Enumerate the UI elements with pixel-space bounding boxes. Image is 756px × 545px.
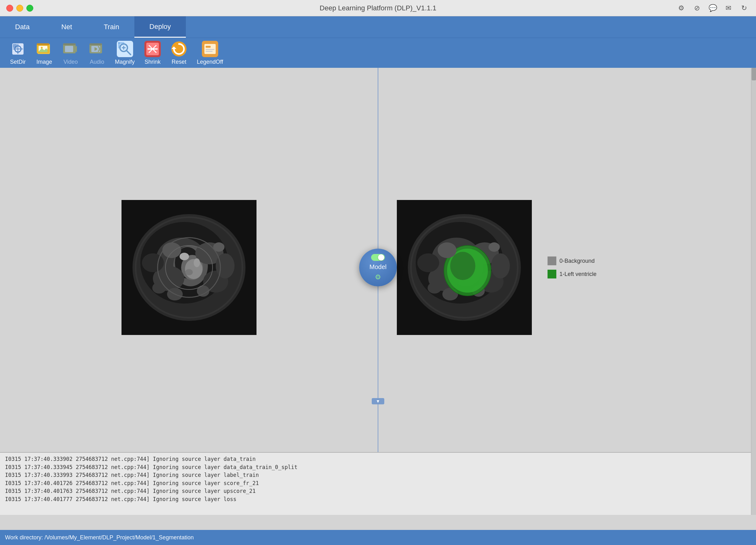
legendoff-button[interactable]: LegendOff bbox=[194, 39, 226, 67]
right-scrollbar[interactable] bbox=[751, 68, 756, 515]
tab-deploy[interactable]: Deploy bbox=[134, 16, 186, 38]
image-label: Image bbox=[36, 59, 52, 65]
svg-rect-8 bbox=[37, 43, 49, 45]
scroll-handle[interactable]: ▼ bbox=[372, 398, 384, 404]
legend-label-left-ventricle: 1-Left ventricle bbox=[559, 271, 597, 278]
legend-color-left-ventricle bbox=[548, 270, 556, 278]
main-area: Model ⚙ bbox=[0, 68, 756, 530]
svg-rect-14 bbox=[65, 46, 73, 52]
original-mri-image bbox=[121, 200, 257, 335]
legend-item-background: 0-Background bbox=[548, 256, 597, 265]
legend-item-left-ventricle: 1-Left ventricle bbox=[548, 270, 597, 278]
toolbar: SetDir Image Video bbox=[0, 38, 756, 68]
chat-icon[interactable]: 💬 bbox=[707, 3, 718, 14]
audio-icon bbox=[89, 40, 105, 57]
audio-button[interactable]: Audio bbox=[85, 39, 109, 67]
minimize-button[interactable] bbox=[16, 5, 23, 12]
svg-point-54 bbox=[194, 258, 200, 267]
reset-label: Reset bbox=[172, 59, 186, 65]
svg-point-53 bbox=[180, 253, 189, 260]
mri-canvas-right bbox=[397, 200, 532, 335]
svg-rect-5 bbox=[13, 44, 17, 48]
right-panel: 0-Background 1-Left ventricle bbox=[378, 68, 756, 467]
magnify-icon bbox=[116, 40, 133, 57]
log-line-4: I0315 17:37:40.401763 2754683712 net.cpp… bbox=[5, 487, 751, 495]
header-icons: ⚙ ⊘ 💬 ✉ ↻ bbox=[676, 3, 750, 14]
svg-point-72 bbox=[491, 253, 510, 278]
shrink-icon bbox=[144, 40, 161, 57]
segmented-mri-image bbox=[397, 200, 532, 335]
svg-point-71 bbox=[417, 253, 439, 272]
svg-point-77 bbox=[450, 252, 475, 280]
reset-button[interactable]: Reset bbox=[167, 39, 191, 67]
log-line-1: I0315 17:37:40.333945 2754683712 net.cpp… bbox=[5, 463, 751, 472]
model-label: Model bbox=[370, 263, 386, 271]
close-button[interactable] bbox=[6, 5, 13, 12]
svg-point-49 bbox=[162, 242, 181, 258]
statusbar: Work directory: /Volumes/My_Element/DLP_… bbox=[0, 530, 756, 545]
audio-label: Audio bbox=[90, 59, 104, 65]
log-line-5: I0315 17:37:40.401777 2754683712 net.cpp… bbox=[5, 495, 751, 504]
svg-rect-24 bbox=[118, 42, 120, 48]
log-line-0: I0315 17:37:40.333902 2754683712 net.cpp… bbox=[5, 455, 751, 463]
email-icon[interactable]: ✉ bbox=[723, 3, 734, 14]
tabbar: Data Net Train Deploy bbox=[0, 16, 756, 38]
tab-data[interactable]: Data bbox=[0, 16, 45, 38]
chevron-down-icon: ▼ bbox=[376, 399, 380, 404]
left-panel bbox=[0, 68, 378, 467]
setdir-button[interactable]: SetDir bbox=[6, 39, 30, 67]
svg-rect-36 bbox=[206, 46, 211, 48]
maximize-button[interactable] bbox=[26, 5, 33, 12]
video-button[interactable]: Video bbox=[59, 39, 82, 67]
legendoff-label: LegendOff bbox=[197, 59, 223, 65]
log-line-2: I0315 17:37:40.333993 2754683712 net.cpp… bbox=[5, 471, 751, 479]
prohibited-icon[interactable]: ⊘ bbox=[691, 3, 703, 14]
tab-net[interactable]: Net bbox=[45, 16, 89, 38]
tab-train[interactable]: Train bbox=[89, 16, 134, 38]
titlebar: Deep Learning Platform (DLP)_V1.1.1 ⚙ ⊘ … bbox=[0, 0, 756, 16]
toggle-thumb bbox=[378, 254, 384, 261]
refresh-icon[interactable]: ↻ bbox=[738, 3, 750, 14]
legend-label-background: 0-Background bbox=[559, 258, 595, 264]
shrink-button[interactable]: Shrink bbox=[141, 39, 164, 67]
log-area: I0315 17:37:40.333902 2754683712 net.cpp… bbox=[0, 452, 756, 515]
svg-rect-16 bbox=[89, 43, 102, 45]
model-gear-icon: ⚙ bbox=[375, 273, 381, 281]
traffic-lights bbox=[6, 5, 33, 12]
image-icon bbox=[36, 40, 53, 57]
svg-rect-13 bbox=[63, 43, 76, 45]
gear-icon[interactable]: ⚙ bbox=[676, 3, 687, 14]
svg-point-81 bbox=[428, 282, 441, 294]
shrink-label: Shrink bbox=[145, 59, 161, 65]
svg-rect-37 bbox=[206, 49, 214, 50]
svg-point-55 bbox=[185, 269, 193, 275]
svg-point-79 bbox=[438, 242, 456, 258]
scrollbar-thumb[interactable] bbox=[752, 68, 756, 80]
statusbar-text: Work directory: /Volumes/My_Element/DLP_… bbox=[5, 534, 194, 541]
model-toggle[interactable] bbox=[371, 254, 385, 261]
setdir-icon bbox=[9, 40, 26, 57]
log-line-3: I0315 17:37:40.401726 2754683712 net.cpp… bbox=[5, 479, 751, 488]
model-button[interactable]: Model ⚙ bbox=[359, 249, 397, 286]
svg-rect-38 bbox=[206, 51, 213, 52]
video-icon bbox=[62, 40, 79, 57]
svg-point-51 bbox=[142, 253, 164, 272]
video-label: Video bbox=[63, 59, 78, 65]
magnify-button[interactable]: Magnify bbox=[112, 39, 138, 67]
mri-canvas-left bbox=[121, 200, 257, 335]
image-button[interactable]: Image bbox=[33, 39, 56, 67]
svg-point-59 bbox=[152, 282, 166, 294]
svg-point-80 bbox=[489, 242, 500, 252]
legendoff-icon bbox=[202, 40, 219, 57]
toggle-track bbox=[371, 254, 385, 261]
legend: 0-Background 1-Left ventricle bbox=[548, 256, 597, 278]
window-title: Deep Learning Platform (DLP)_V1.1.1 bbox=[320, 4, 436, 12]
reset-icon bbox=[170, 40, 187, 57]
magnify-label: Magnify bbox=[115, 59, 135, 65]
content-area: Model ⚙ bbox=[0, 68, 756, 467]
setdir-label: SetDir bbox=[10, 59, 26, 65]
legend-color-background bbox=[548, 256, 556, 265]
